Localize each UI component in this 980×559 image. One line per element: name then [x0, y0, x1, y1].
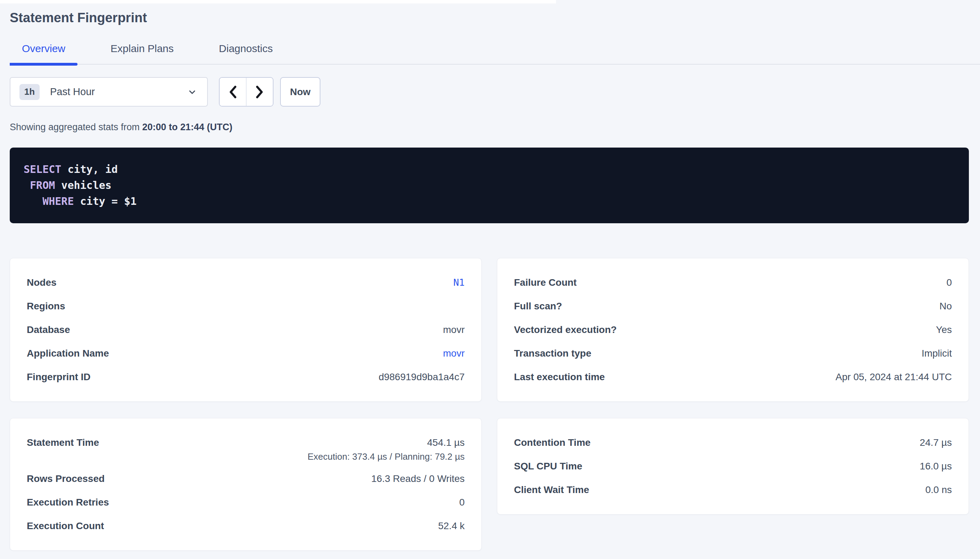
row-value: No: [939, 299, 952, 313]
statement-times-card: Statement Time 454.1 µs Execution: 373.4…: [10, 418, 482, 551]
detail-row-nodes: Nodes N1: [27, 276, 464, 289]
row-value: 0: [459, 496, 464, 509]
sql-text: city, id: [61, 163, 118, 175]
chevron-left-icon: [228, 85, 237, 99]
interval-badge: 1h: [20, 84, 40, 100]
aggregated-stats-line: Showing aggregated stats from 20:00 to 2…: [10, 121, 969, 133]
sql-indent: [24, 179, 30, 191]
row-label: Rows Processed: [27, 472, 104, 486]
detail-row-last-execution-time: Last execution time Apr 05, 2024 at 21:4…: [514, 370, 952, 384]
page-title: Statement Fingerprint: [10, 10, 969, 26]
summary-cards: Nodes N1 Regions Database movr Applicati…: [10, 258, 969, 551]
top-strip: [0, 0, 556, 3]
detail-row-database: Database movr: [27, 323, 464, 337]
row-label: Database: [27, 323, 70, 337]
tab-bar: Overview Explain Plans Diagnostics: [10, 42, 980, 64]
row-label: Vectorized execution?: [514, 323, 617, 337]
row-label: Statement Time: [27, 436, 99, 450]
detail-row-sql-cpu-time: SQL CPU Time 16.0 µs: [514, 459, 952, 473]
detail-row-fingerprint-id: Fingerprint ID d986919d9ba1a4c7: [27, 370, 464, 384]
sql-indent: [24, 195, 42, 207]
tab-overview[interactable]: Overview: [10, 42, 78, 64]
statement-details-card: Nodes N1 Regions Database movr Applicati…: [10, 258, 482, 402]
row-value: d986919d9ba1a4c7: [378, 370, 464, 384]
tab-diagnostics[interactable]: Diagnostics: [207, 42, 285, 64]
sql-keyword: WHERE: [42, 195, 74, 207]
statement-time-values: 454.1 µs Execution: 373.4 µs / Planning:…: [308, 436, 464, 462]
row-value: 52.4 k: [438, 519, 464, 533]
time-range-label: Past Hour: [50, 86, 187, 98]
time-range-dropdown[interactable]: 1h Past Hour: [10, 77, 208, 107]
row-label: Transaction type: [514, 347, 592, 361]
detail-row-regions: Regions: [27, 299, 464, 313]
row-value: Apr 05, 2024 at 21:44 UTC: [836, 370, 952, 384]
tab-explain-plans[interactable]: Explain Plans: [98, 42, 186, 64]
row-label: Nodes: [27, 276, 56, 289]
statement-fingerprint-page: Statement Fingerprint Overview Explain P…: [0, 10, 980, 551]
detail-row-application-name: Application Name movr: [27, 347, 464, 361]
row-value: Yes: [936, 323, 952, 337]
detail-row-contention-time: Contention Time 24.7 µs: [514, 436, 952, 450]
row-label: Failure Count: [514, 276, 577, 289]
row-label: Execution Retries: [27, 496, 109, 509]
detail-row-vectorized: Vectorized execution? Yes: [514, 323, 952, 337]
detail-row-statement-time: Statement Time 454.1 µs Execution: 373.4…: [27, 436, 464, 462]
sql-keyword: SELECT: [24, 163, 61, 175]
row-subvalue: Execution: 373.4 µs / Planning: 79.2 µs: [308, 451, 464, 462]
row-value: 454.1 µs: [427, 436, 464, 450]
row-value: Implicit: [922, 347, 952, 361]
stats-line-range: 20:00 to 21:44 (UTC): [142, 122, 232, 132]
detail-row-transaction-type: Transaction type Implicit: [514, 347, 952, 361]
detail-row-full-scan: Full scan? No: [514, 299, 952, 313]
nodes-link[interactable]: N1: [453, 276, 464, 289]
stats-line-prefix: Showing aggregated stats from: [10, 122, 142, 132]
row-label: Contention Time: [514, 436, 590, 450]
row-label: Fingerprint ID: [27, 370, 91, 384]
row-value: movr: [443, 323, 464, 337]
row-value: 16.3 Reads / 0 Writes: [371, 472, 464, 486]
detail-row-rows-processed: Rows Processed 16.3 Reads / 0 Writes: [27, 472, 464, 486]
execution-attributes-card: Failure Count 0 Full scan? No Vectorized…: [497, 258, 969, 402]
application-name-link[interactable]: movr: [443, 347, 464, 361]
wait-times-card: Contention Time 24.7 µs SQL CPU Time 16.…: [497, 418, 969, 514]
previous-interval-button[interactable]: [220, 78, 246, 106]
next-interval-button[interactable]: [246, 78, 273, 106]
row-label: Client Wait Time: [514, 483, 589, 497]
row-label: Execution Count: [27, 519, 104, 533]
sql-text: vehicles: [55, 179, 111, 191]
chevron-right-icon: [255, 85, 264, 99]
row-value: 0.0 ns: [925, 483, 952, 497]
row-value: 16.0 µs: [920, 459, 952, 473]
now-button[interactable]: Now: [280, 77, 320, 107]
row-label: Regions: [27, 299, 65, 313]
row-label: SQL CPU Time: [514, 459, 582, 473]
sql-keyword: FROM: [30, 179, 55, 191]
row-label: Full scan?: [514, 299, 562, 313]
row-value: 0: [946, 276, 952, 289]
detail-row-execution-retries: Execution Retries 0: [27, 496, 464, 509]
tab-diagnostics-label: Diagnostics: [219, 43, 273, 54]
sql-text: city = $1: [74, 195, 137, 207]
row-value: 24.7 µs: [920, 436, 952, 450]
sql-statement-box: SELECT city, id FROM vehicles WHERE city…: [10, 147, 969, 223]
sql-line: WHERE city = $1: [24, 194, 955, 209]
detail-row-client-wait-time: Client Wait Time 0.0 ns: [514, 483, 952, 497]
sql-line: SELECT city, id: [24, 162, 955, 177]
time-controls: 1h Past Hour Now: [10, 77, 969, 107]
time-step-button-group: [219, 77, 274, 107]
tab-overview-label: Overview: [22, 43, 65, 54]
row-label: Application Name: [27, 347, 109, 361]
tab-explain-plans-label: Explain Plans: [111, 43, 174, 54]
row-label: Last execution time: [514, 370, 605, 384]
detail-row-execution-count: Execution Count 52.4 k: [27, 519, 464, 533]
sql-line: FROM vehicles: [24, 177, 955, 194]
detail-row-failure-count: Failure Count 0: [514, 276, 952, 289]
chevron-down-icon: [187, 88, 197, 96]
